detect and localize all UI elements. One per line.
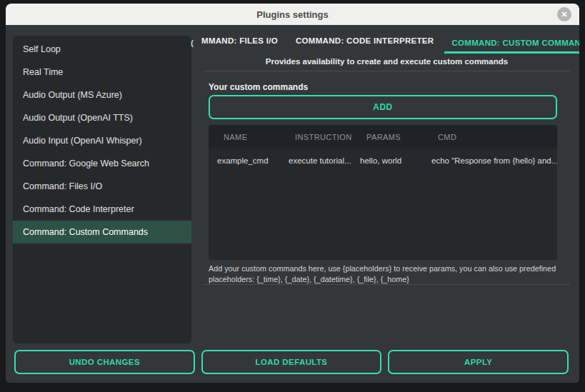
column-header-cmd: CMD xyxy=(423,133,557,141)
plugins-settings-dialog: Plugins settings ✕ Self Loop Real Time A… xyxy=(6,4,579,383)
tab-command-custom-commands[interactable]: COMMAND: CUSTOM COMMANDS xyxy=(444,34,579,54)
plugin-description: Provides availability to create and exec… xyxy=(204,57,570,66)
column-header-name: NAME xyxy=(209,133,280,141)
sidebar-item-audio-output-ms-azure[interactable]: Audio Output (MS Azure) xyxy=(13,84,191,106)
add-button[interactable]: ADD xyxy=(209,95,557,119)
sidebar-item-audio-input-openai-whisper[interactable]: Audio Input (OpenAI Whisper) xyxy=(13,129,191,152)
apply-button[interactable]: APPLY xyxy=(388,350,569,374)
divider xyxy=(204,71,570,71)
footer-buttons: UNDO CHANGES LOAD DEFAULTS APPLY xyxy=(14,350,569,374)
sidebar-item-command-code-interpreter[interactable]: Command: Code Interpreter xyxy=(13,198,191,221)
column-header-instruction: INSTRUCTION xyxy=(280,133,351,141)
cell-name[interactable]: example_cmd xyxy=(209,156,280,165)
sidebar-item-audio-output-openai-tts[interactable]: Audio Output (OpenAI TTS) xyxy=(13,106,191,129)
tab-command-code-interpreter[interactable]: COMMAND: CODE INTERPRETER xyxy=(289,33,441,54)
tab-command-files-io[interactable]: MMAND: FILES I/O xyxy=(194,33,285,54)
column-header-params: PARAMS xyxy=(351,133,423,141)
sidebar-item-command-google-web-search[interactable]: Command: Google Web Search xyxy=(13,152,191,175)
cell-instruction[interactable]: execute tutorial... xyxy=(280,156,351,165)
cell-cmd[interactable]: echo "Response from {hello} and... xyxy=(423,156,557,165)
table-row[interactable]: example_cmd execute tutorial... hello, w… xyxy=(209,149,557,172)
tab-bar: ( MMAND: FILES I/O COMMAND: CODE INTERPR… xyxy=(191,33,579,54)
sidebar-item-command-files-io[interactable]: Command: Files I/O xyxy=(13,175,191,198)
sidebar-item-real-time[interactable]: Real Time xyxy=(13,61,191,84)
titlebar: Plugins settings ✕ xyxy=(6,4,579,25)
sidebar-item-self-loop[interactable]: Self Loop xyxy=(13,38,191,61)
section-label: Your custom commands xyxy=(209,82,308,92)
help-text: Add your custom commands here, use {plac… xyxy=(209,263,569,284)
custom-commands-table: NAME INSTRUCTION PARAMS CMD example_cmd … xyxy=(209,125,557,260)
plugin-list: Self Loop Real Time Audio Output (MS Azu… xyxy=(13,36,191,343)
close-icon[interactable]: ✕ xyxy=(557,7,571,21)
window-title: Plugins settings xyxy=(256,9,328,20)
cell-params[interactable]: hello, world xyxy=(351,156,423,165)
sidebar-item-command-custom-commands[interactable]: Command: Custom Commands xyxy=(13,221,191,243)
load-defaults-button[interactable]: LOAD DEFAULTS xyxy=(201,350,382,374)
undo-changes-button[interactable]: UNDO CHANGES xyxy=(14,350,195,374)
table-header-row: NAME INSTRUCTION PARAMS CMD xyxy=(209,125,557,149)
divider xyxy=(204,284,570,285)
